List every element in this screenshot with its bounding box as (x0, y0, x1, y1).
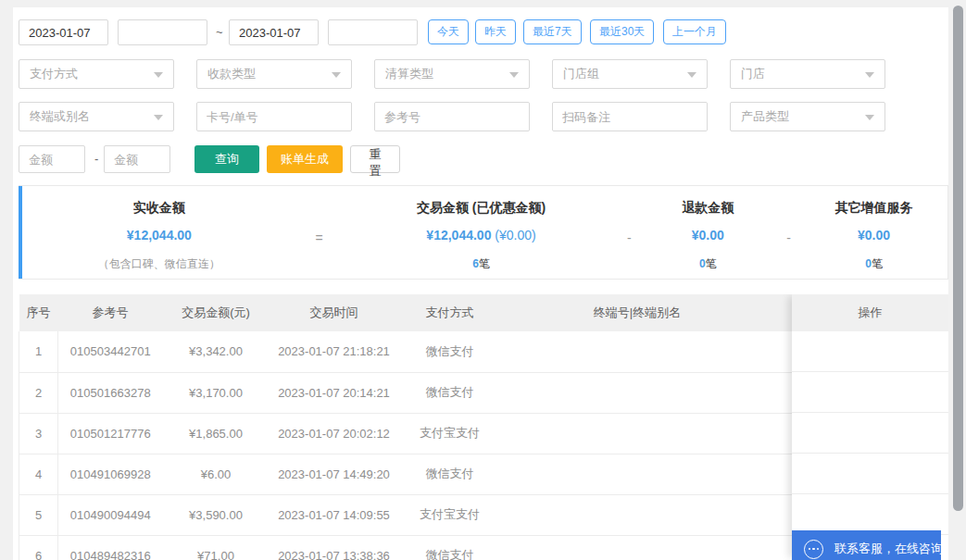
reset-button[interactable]: 重置 (350, 145, 400, 173)
amount-cell: ¥1,865.00 (163, 413, 270, 454)
terminal-cell (501, 331, 774, 372)
reference-cell: 010490094494 (58, 494, 163, 535)
reference-cell: 010489482316 (58, 535, 163, 560)
summary-other-count: 0笔 (865, 254, 883, 279)
summary-received-value: ¥12,044.00 (127, 224, 192, 253)
summary-refund: 退款金额 ¥0.00 0笔 (638, 186, 777, 279)
operation-fixed-column: 操作 (792, 294, 948, 560)
summary-other-count-unit: 笔 (872, 257, 883, 270)
reference-no-input[interactable] (375, 103, 529, 131)
summary-refund-count-number: 0 (699, 257, 706, 270)
summary-refund-count-unit: 笔 (706, 257, 717, 270)
summary-minus-sign-2: - (777, 186, 800, 279)
payment-method-placeholder: 支付方式 (30, 60, 78, 88)
amount-cell: ¥3,590.00 (163, 494, 270, 535)
chevron-down-icon (509, 72, 519, 78)
terminal-cell (501, 454, 774, 494)
time-cell: 2023-01-07 20:02:12 (270, 413, 399, 454)
operation-cell (792, 331, 948, 372)
vertical-scrollbar-track (950, 0, 966, 560)
product-type-select[interactable]: 产品类型 (730, 102, 885, 131)
operation-cell (792, 454, 948, 494)
summary-transaction-count: 6笔 (472, 254, 490, 279)
summary-received-note: （包含口碑、微信直连） (98, 254, 220, 279)
method-cell: 微信支付 (399, 372, 501, 413)
settlement-type-select[interactable]: 清算类型 (374, 59, 530, 89)
terminal-cell (501, 494, 774, 535)
collection-type-select[interactable]: 收款类型 (196, 59, 352, 89)
summary-other-count-number: 0 (865, 257, 872, 270)
reference-no-field (374, 102, 530, 131)
time-cell: 2023-01-07 20:14:21 (270, 372, 399, 413)
summary-received-label: 实收金额 (133, 197, 185, 224)
product-type-placeholder: 产品类型 (741, 103, 789, 131)
quick-range-last7days-button[interactable]: 最近7天 (523, 19, 582, 44)
header-reference: 参考号 (58, 294, 163, 331)
store-group-placeholder: 门店组 (563, 60, 599, 88)
end-time-input[interactable] (328, 19, 418, 45)
reference-cell: 010501217776 (58, 413, 163, 454)
summary-refund-count: 0笔 (699, 254, 717, 279)
amount-cell: ¥3,342.00 (163, 331, 270, 372)
method-cell: 微信支付 (399, 535, 501, 560)
settlement-type-placeholder: 清算类型 (385, 60, 433, 88)
start-date-input[interactable] (19, 19, 108, 45)
quick-range-today-button[interactable]: 今天 (428, 19, 469, 44)
query-button[interactable]: 查询 (194, 145, 259, 173)
end-date-input[interactable] (229, 19, 319, 45)
scan-remark-field (552, 102, 708, 131)
terminal-or-alias-select[interactable]: 终端或别名 (19, 102, 174, 131)
reference-cell: 010501663278 (58, 372, 163, 413)
summary-refund-value: ¥0.00 (692, 224, 724, 253)
summary-panel: 实收金额 ¥12,044.00 （包含口碑、微信直连） = 交易金额 (已优惠金… (19, 185, 948, 280)
amount-range-separator: - (94, 146, 98, 172)
scan-remark-input[interactable] (553, 103, 707, 131)
header-amount: 交易金额(元) (163, 294, 270, 331)
reference-cell: 010491069928 (58, 454, 163, 494)
terminal-or-alias-placeholder: 终端或别名 (30, 103, 90, 131)
operation-cell (792, 372, 948, 413)
collection-type-placeholder: 收款类型 (207, 60, 256, 88)
contact-support-button[interactable]: 联系客服，在线咨询 (792, 530, 941, 560)
amount-cell: ¥71.00 (163, 535, 270, 560)
summary-transaction-count-unit: 笔 (479, 257, 490, 270)
amount-min-input[interactable] (19, 145, 85, 173)
summary-received: 实收金额 ¥12,044.00 （包含口碑、微信直连） (22, 186, 296, 279)
card-or-order-no-input[interactable] (197, 103, 351, 131)
store-group-select[interactable]: 门店组 (552, 59, 708, 89)
method-cell: 微信支付 (399, 454, 501, 494)
summary-transaction-label: 交易金额 (已优惠金额) (417, 197, 546, 224)
summary-refund-label: 退款金额 (682, 197, 734, 224)
generate-bill-button[interactable]: 账单生成 (267, 145, 343, 173)
seq-cell: 6 (19, 535, 58, 560)
header-time: 交易时间 (270, 294, 399, 331)
store-select[interactable]: 门店 (730, 59, 885, 89)
terminal-cell (501, 372, 774, 413)
payment-method-select[interactable]: 支付方式 (19, 59, 174, 89)
method-cell: 支付宝支付 (399, 494, 501, 535)
summary-equals-sign: = (296, 186, 343, 279)
header-method: 支付方式 (399, 294, 501, 331)
method-cell: 微信支付 (399, 331, 501, 372)
quick-range-last30days-button[interactable]: 最近30天 (590, 19, 654, 44)
main-panel: ~ 今天 昨天 最近7天 最近30天 上一个月 支付方式 收款类型 清算类型 门… (13, 7, 948, 560)
vertical-scrollbar-thumb[interactable] (953, 6, 963, 511)
start-time-input[interactable] (118, 19, 207, 45)
seq-cell: 1 (19, 331, 58, 372)
terminal-cell (501, 413, 774, 454)
time-cell: 2023-01-07 13:38:36 (270, 535, 399, 560)
amount-cell: ¥3,170.00 (163, 372, 270, 413)
header-seq: 序号 (19, 294, 58, 331)
quick-range-lastmonth-button[interactable]: 上一个月 (663, 19, 726, 44)
seq-cell: 5 (19, 494, 58, 535)
contact-support-label: 联系客服，在线咨询 (834, 541, 943, 557)
summary-transaction-count-number: 6 (472, 257, 479, 270)
store-placeholder: 门店 (741, 60, 765, 88)
amount-max-input[interactable] (104, 145, 170, 173)
seq-cell: 4 (19, 454, 58, 494)
time-cell: 2023-01-07 14:09:55 (270, 494, 399, 535)
quick-range-yesterday-button[interactable]: 昨天 (475, 19, 516, 44)
summary-other-label: 其它增值服务 (835, 197, 913, 224)
seq-cell: 2 (19, 372, 58, 413)
summary-transaction-value: ¥12,044.00 (¥0.00) (426, 224, 535, 253)
